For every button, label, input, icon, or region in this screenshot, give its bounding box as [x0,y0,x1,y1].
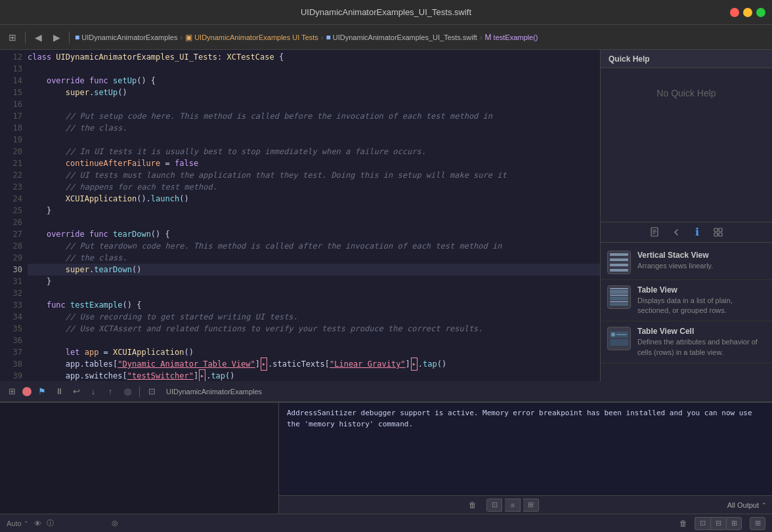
code-line-14: override func setUp() { [28,75,600,87]
ln-25: 25 [0,205,22,216]
code-line-33: func testExample() { [28,299,600,311]
ln-39: 39 [0,370,22,381]
code-line-24: XCUIApplication().launch() [28,193,600,205]
breadcrumb-item-3[interactable]: ■ UIDynamicAnimatorExamples_UI_Tests.swi… [326,33,477,42]
code-line-26 [28,216,600,228]
auto-label[interactable]: Auto ⌃ [7,520,29,527]
ln-27: 27 [0,228,22,240]
step-over-icon[interactable]: ↩ [70,385,83,398]
output-selector: All Output ⌃ [727,501,767,509]
code-line-13 [28,63,600,75]
library-grid-icon[interactable] [712,226,725,239]
maximize-btn[interactable] [756,8,765,17]
svg-rect-5 [719,228,722,232]
clear-console-icon[interactable]: 🗑 [467,499,479,511]
breadcrumb-item-2[interactable]: ▣ UIDynamicAnimatorExamples UI Tests [185,33,318,42]
quick-help-empty-area: No Quick Help [601,68,772,222]
library-doc-icon[interactable] [649,226,662,239]
view-btn-1[interactable]: ⊡ [486,499,502,512]
back-button[interactable]: ◀ [31,30,45,45]
grid-view-btn[interactable]: ⊞ [750,517,765,530]
console-panel: AddressSanitizer debugger support is act… [279,403,772,514]
code-line-18: // the class. [28,122,600,134]
code-line-29: // the class. [28,252,600,264]
ln-20: 20 [0,146,22,157]
tableview-icon [607,285,631,309]
code-line-25: } [28,205,600,216]
code-line-22: // UI tests must launch the application … [28,169,600,181]
title-bar-controls [730,8,765,17]
ln-32: 32 [0,287,22,299]
toolbar: ⊞ ◀ ▶ ■ UIDynamicAnimatorExamples › ▣ UI… [0,25,772,50]
ln-15: 15 [0,87,22,98]
code-line-36 [28,335,600,346]
ln-33: 33 [0,299,22,311]
tableviewcell-name: Table View Cell [637,327,765,336]
title-bar: UIDynamicAnimatorExamples_UI_Tests.swift [0,0,772,25]
layout-btn-2[interactable]: ⊟ [710,517,726,530]
code-lines[interactable]: class UIDynamicAnimatorExamples_UI_Tests… [28,50,600,381]
tableviewcell-desc: Defines the attributes and behavior of c… [637,337,765,358]
code-line-35: // Use XCTAssert and related functions t… [28,323,600,335]
ln-23: 23 [0,181,22,193]
code-line-34: // Use recording to get started writing … [28,311,600,323]
breakpoint-stop-btn[interactable] [22,387,32,396]
output-label[interactable]: All Output ⌃ [727,501,767,509]
ln-36: 36 [0,335,22,346]
flag-icon[interactable]: ⚑ [35,385,49,398]
variables-content [0,403,278,514]
code-line-21: continueAfterFailure = false [28,157,600,169]
status-bar: Auto ⌃ 👁 ⓘ ◎ 🗑 ⊡ ⊟ ⊞ ⊞ [0,514,772,532]
variables-panel [0,403,279,514]
step-in-icon[interactable]: ↓ [87,385,100,398]
code-line-39: app.switches["testSwitcher"]▸.tap() [28,370,600,381]
debug-location-icon[interactable]: ◎ [121,385,134,398]
library-item-tableviewcell[interactable]: Table View Cell Defines the attributes a… [601,321,772,363]
forward-button[interactable]: ▶ [49,30,64,45]
library-item-vstack[interactable]: Vertical Stack View Arranges views linea… [601,245,772,280]
auto-chevron: ⌃ [24,520,29,527]
breadcrumb-item-1[interactable]: ■ UIDynamicAnimatorExamples [75,33,177,42]
view-toggle-icon[interactable]: ⊞ [5,385,18,398]
step-out-icon[interactable]: ↑ [104,385,117,398]
ln-18: 18 [0,122,22,134]
code-line-17: // Put setup code here. This method is c… [28,110,600,122]
code-line-23: // happens for each test method. [28,181,600,193]
scheme-label: UIDynamicAnimatorExamples [166,388,262,396]
location-icon[interactable]: ◎ [112,519,118,527]
status-right: 🗑 ⊡ ⊟ ⊞ ⊞ [677,517,765,530]
ln-30: 30 [0,264,22,276]
tableview-name: Table View [637,285,765,295]
no-quick-help-label: No Quick Help [656,88,716,98]
ln-35: 35 [0,323,22,335]
toolbar-divider-2 [69,31,70,43]
code-line-19 [28,134,600,146]
trash-icon[interactable]: 🗑 [677,518,689,529]
library-toolbar: ℹ [601,222,772,243]
eye-icon[interactable]: 👁 [34,520,41,527]
minimize-btn[interactable] [743,8,752,17]
bottom-panels: AddressSanitizer debugger support is act… [0,402,772,514]
grid-icon[interactable]: ⊞ [5,30,20,45]
vstack-name: Vertical Stack View [637,251,713,260]
library-item-tableview[interactable]: Table View Displays data in a list of pl… [601,280,772,322]
library-back-icon[interactable] [670,226,683,239]
view-btn-2[interactable]: ≡ [505,499,521,512]
memory-icon[interactable]: ⊡ [145,385,158,398]
breadcrumb-item-4[interactable]: M testExample() [485,33,538,42]
quick-help-panel: Quick Help No Quick Help ℹ [600,50,772,381]
layout-btn-3[interactable]: ⊞ [726,517,742,530]
vstack-icon [607,251,631,274]
ln-17: 17 [0,110,22,122]
debug-divider [139,386,140,397]
library-info-icon[interactable]: ℹ [691,226,704,239]
layout-btn-1[interactable]: ⊡ [695,517,710,530]
pause-icon[interactable]: ⏸ [53,385,66,398]
view-btn-3[interactable]: ⊞ [523,499,539,512]
status-info-icon[interactable]: ⓘ [47,518,54,528]
debug-bar: ⊞ ⚑ ⏸ ↩ ↓ ↑ ◎ ⊡ UIDynamicAnimatorExample… [0,381,772,402]
code-line-37: let app = XCUIApplication() [28,346,600,358]
ln-12: 12 [0,51,22,63]
close-btn[interactable] [730,8,739,17]
ln-19: 19 [0,134,22,146]
